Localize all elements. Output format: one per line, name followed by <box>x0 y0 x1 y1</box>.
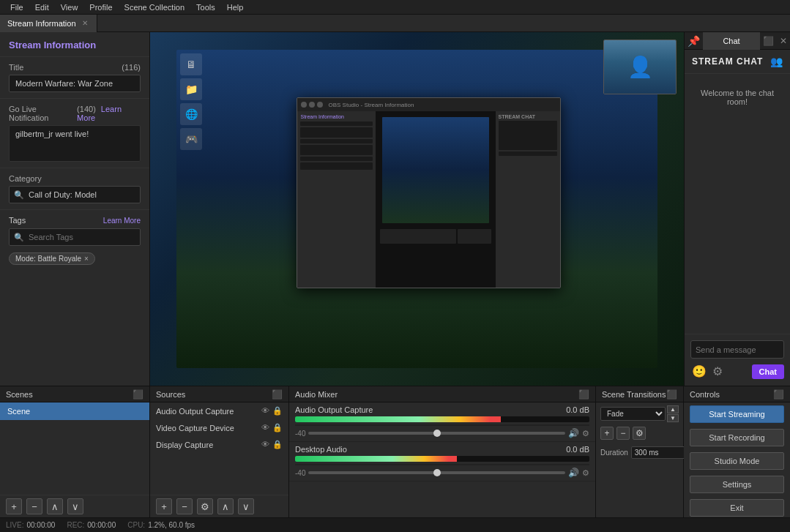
audio-volume-slider-2[interactable] <box>308 471 565 474</box>
audio-track-1-mute[interactable]: 🔊 <box>568 428 579 438</box>
stream-info-tab-label: Stream Information <box>7 15 76 32</box>
category-search-input[interactable] <box>9 186 141 203</box>
controls-panel-icon[interactable]: ⬛ <box>773 389 784 400</box>
sources-panel-header: Sources ⬛ <box>150 386 288 402</box>
stream-info-tab-close[interactable]: ✕ <box>81 15 89 32</box>
desktop-icon-3: 🌐 <box>180 103 202 125</box>
scenes-add-button[interactable]: + <box>6 498 22 514</box>
source-display-capture[interactable]: Display Capture 👁 🔒 <box>150 436 288 453</box>
menu-edit[interactable]: Edit <box>29 0 55 15</box>
exit-button[interactable]: Exit <box>690 499 784 517</box>
desktop-icon-4: 🎮 <box>180 128 202 150</box>
cpu-status: CPU: 1.2%, 60.0 fps <box>127 521 195 529</box>
tags-learn-more[interactable]: Learn More <box>103 217 141 225</box>
transition-down-arrow[interactable]: ▼ <box>667 414 679 422</box>
cam-person: 👤 <box>604 40 676 94</box>
obs-mockup-left-title: Stream Information <box>300 114 373 119</box>
tags-label: Tags Learn More <box>9 216 141 225</box>
chat-message-input[interactable] <box>696 345 790 354</box>
menu-view[interactable]: View <box>55 0 84 15</box>
rec-status: REC: 00:00:00 <box>67 521 116 529</box>
chat-tab[interactable]: Chat <box>703 32 760 50</box>
sources-settings-button[interactable]: ⚙ <box>197 498 213 514</box>
scenes-panel: Scenes ⬛ Scene + − ∧ ∨ <box>0 386 150 517</box>
audio-meter-2-fill <box>295 456 457 462</box>
obs-mockup-body: Stream Information <box>297 111 560 288</box>
obs-dot-2 <box>309 102 315 108</box>
menu-scene-collection[interactable]: Scene Collection <box>119 0 191 15</box>
stream-chat-title: STREAM CHAT <box>692 56 763 67</box>
transition-remove-button[interactable]: − <box>616 427 630 440</box>
audio-meter-1 <box>295 416 589 422</box>
menu-help[interactable]: Help <box>221 0 250 15</box>
sources-panel-icon[interactable]: ⬛ <box>272 389 283 400</box>
audio-panel-icon[interactable]: ⬛ <box>578 389 589 400</box>
studio-mode-button[interactable]: Studio Mode <box>690 452 784 470</box>
obs-mockup-field-3 <box>300 139 373 143</box>
chat-tab-pin[interactable]: 📌 <box>685 32 703 50</box>
tags-search-input[interactable] <box>9 228 141 246</box>
transition-add-button[interactable]: + <box>600 427 614 440</box>
obs-mockup-audio <box>380 229 456 244</box>
transition-type-arrows: ▲ ▼ <box>667 405 679 422</box>
chat-settings-button[interactable]: ⚙ <box>711 363 724 380</box>
settings-button[interactable]: Settings <box>690 476 784 493</box>
start-recording-button[interactable]: Start Recording <box>690 429 784 446</box>
source-lock-icon-3[interactable]: 🔒 <box>272 440 283 449</box>
audio-panel-header: Audio Mixer ⬛ <box>289 386 595 402</box>
audio-volume-slider-1[interactable] <box>308 432 565 435</box>
sources-remove-button[interactable]: − <box>176 498 193 514</box>
scenes-remove-button[interactable]: − <box>26 498 42 514</box>
obs-mockup-preview-inner <box>382 117 488 222</box>
audio-track-1-settings[interactable]: ⚙ <box>582 429 589 438</box>
menu-file[interactable]: File <box>4 0 29 15</box>
sources-down-button[interactable]: ∨ <box>238 498 254 514</box>
tags-search-wrapper: 🔍 <box>9 228 141 246</box>
sources-add-button[interactable]: + <box>156 498 172 514</box>
chat-smiley-button[interactable]: 🙂 <box>690 363 708 380</box>
chat-tab-close[interactable]: ✕ <box>777 32 790 50</box>
source-eye-icon-2[interactable]: 👁 <box>261 423 269 432</box>
audio-track-1-controls: -40 🔊 ⚙ <box>295 428 589 438</box>
transition-settings-button[interactable]: ⚙ <box>633 427 646 440</box>
source-video-capture-icons: 👁 🔒 <box>261 423 283 432</box>
audio-track-2-settings[interactable]: ⚙ <box>582 468 589 478</box>
preview-image: 🖥 📁 🌐 🎮 OBS Studio - Stream Infor <box>150 32 684 386</box>
obs-mockup-chat-input <box>499 151 558 156</box>
menu-tools[interactable]: Tools <box>190 0 221 15</box>
source-eye-icon-3[interactable]: 👁 <box>261 440 269 449</box>
transitions-panel-icon[interactable]: ⬛ <box>666 389 677 400</box>
transition-type-select[interactable]: Fade <box>600 407 666 421</box>
chat-tab-maximize[interactable]: ⬛ <box>760 32 777 50</box>
scenes-down-button[interactable]: ∨ <box>67 498 83 514</box>
chat-users-icon[interactable]: 👥 <box>770 56 783 67</box>
start-streaming-button[interactable]: Start Streaming <box>690 405 784 423</box>
obs-mockup-chat-label: STREAM CHAT <box>499 114 558 119</box>
source-lock-icon-1[interactable]: 🔒 <box>272 406 283 416</box>
stream-info-tab[interactable]: Stream Information ✕ <box>0 15 97 32</box>
audio-track-1: Audio Output Capture 0.0 dB -40 🔊 ⚙ <box>289 402 595 442</box>
scenes-panel-icon[interactable]: ⬛ <box>133 389 144 400</box>
source-eye-icon-1[interactable]: 👁 <box>261 406 269 416</box>
audio-track-2-mute[interactable]: 🔊 <box>568 468 579 478</box>
obs-mockup-preview <box>376 111 495 288</box>
source-audio-output[interactable]: Audio Output Capture 👁 🔒 <box>150 402 288 419</box>
rec-value: 00:00:00 <box>87 521 116 529</box>
tag-chip-battle-royale[interactable]: Mode: Battle Royale × <box>9 252 95 265</box>
sources-up-button[interactable]: ∧ <box>217 498 234 514</box>
menu-profile[interactable]: Profile <box>83 0 118 15</box>
scenes-up-button[interactable]: ∧ <box>47 498 63 514</box>
source-lock-icon-2[interactable]: 🔒 <box>272 423 283 432</box>
chat-input-wrapper: ⚙ <box>690 340 784 359</box>
desktop-icon-1: 🖥 <box>180 53 202 75</box>
source-video-capture[interactable]: Video Capture Device 👁 🔒 <box>150 419 288 436</box>
left-panel: Stream Information Title (116) Go Live N… <box>0 32 150 386</box>
tag-chip-remove[interactable]: × <box>84 255 89 263</box>
sources-toolbar: + − ⚙ ∧ ∨ <box>150 495 288 517</box>
transition-up-arrow[interactable]: ▲ <box>667 405 679 413</box>
source-audio-output-icons: 👁 🔒 <box>261 406 283 416</box>
title-input[interactable] <box>9 75 141 92</box>
scene-item-scene[interactable]: Scene <box>0 402 149 420</box>
obs-mockup-field-5 <box>300 157 373 161</box>
chat-send-button[interactable]: Chat <box>752 364 784 379</box>
